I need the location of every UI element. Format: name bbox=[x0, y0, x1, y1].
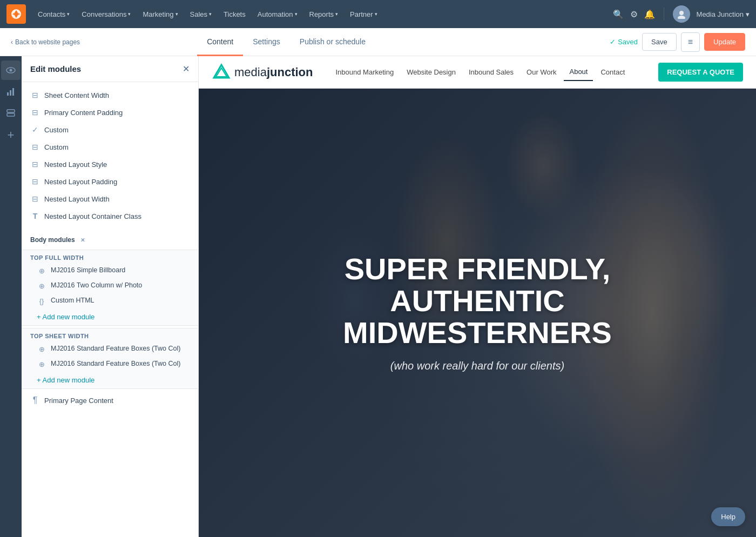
more-options-button[interactable]: ≡ bbox=[681, 32, 700, 52]
preview-nav-our-work[interactable]: Our Work bbox=[521, 64, 562, 80]
tab-settings[interactable]: Settings bbox=[243, 29, 290, 56]
reports-caret: ▾ bbox=[335, 11, 338, 17]
grid-icon-6: ⊟ bbox=[30, 194, 40, 203]
paragraph-icon: ¶ bbox=[30, 395, 40, 405]
text-t-icon: T bbox=[30, 212, 40, 220]
check-icon: ✓ bbox=[30, 125, 40, 134]
nav-conversations[interactable]: Conversations ▾ bbox=[76, 7, 136, 22]
update-button[interactable]: Update bbox=[704, 33, 745, 51]
grid-icon: ⊟ bbox=[30, 91, 40, 99]
sub-navigation: ‹ Back to website pages Content Settings… bbox=[0, 28, 756, 56]
search-icon[interactable]: 🔍 bbox=[613, 9, 624, 19]
module-two-column-photo[interactable]: ⊕ MJ2016 Two Column w/ Photo bbox=[22, 278, 198, 293]
module-nested-layout-style[interactable]: ⊟ Nested Layout Style bbox=[22, 156, 198, 173]
module-nested-layout-width[interactable]: ⊟ Nested Layout Width bbox=[22, 190, 198, 207]
nav-partner[interactable]: Partner ▾ bbox=[345, 7, 383, 22]
preview-logo-icon bbox=[212, 63, 231, 82]
globe-icon-3: ⊕ bbox=[37, 345, 46, 353]
settings-icon[interactable]: ⚙ bbox=[630, 9, 638, 19]
module-custom-grid[interactable]: ⊟ Custom bbox=[22, 138, 198, 156]
help-button[interactable]: Help bbox=[711, 507, 745, 526]
preview-site-nav: mediajunction Inbound Marketing Website … bbox=[199, 56, 756, 89]
module-primary-page-content[interactable]: ¶ Primary Page Content bbox=[22, 391, 198, 410]
panel-header: Edit modules ✕ bbox=[22, 56, 198, 82]
module-simple-billboard[interactable]: ⊕ MJ2016 Simple Billboard bbox=[22, 263, 198, 278]
module-custom-html[interactable]: {} Custom HTML bbox=[22, 293, 198, 308]
grid-icon-2: ⊟ bbox=[30, 108, 40, 117]
main-layout: + Edit modules ✕ ⊟ Sheet Content Width ⊟… bbox=[0, 56, 756, 537]
layers-icon[interactable] bbox=[1, 104, 21, 123]
avatar[interactable] bbox=[673, 5, 690, 23]
svg-point-2 bbox=[678, 16, 685, 19]
svg-rect-7 bbox=[12, 88, 14, 96]
back-to-pages-link[interactable]: ‹ Back to website pages bbox=[11, 38, 80, 46]
top-full-width-title: Top Full Width bbox=[22, 250, 198, 263]
module-standard-feature-1[interactable]: ⊕ MJ2016 Standard Feature Boxes (Two Col… bbox=[22, 341, 198, 357]
close-panel-icon[interactable]: ✕ bbox=[183, 64, 190, 74]
notifications-icon[interactable]: 🔔 bbox=[644, 9, 655, 19]
globe-icon-2: ⊕ bbox=[37, 282, 46, 290]
nav-right-actions: 🔍 ⚙ 🔔 Media Junction ▾ bbox=[613, 5, 750, 23]
preview-cta-button[interactable]: REQUEST A QUOTE bbox=[658, 63, 743, 82]
back-arrow-icon: ‹ bbox=[11, 38, 13, 46]
nav-sales[interactable]: Sales ▾ bbox=[185, 7, 218, 22]
editor-actions: ✓ Saved Save ≡ Update bbox=[610, 32, 745, 52]
hero-text-content: SUPER FRIENDLY, AUTHENTIC MIDWESTERNERS … bbox=[332, 253, 623, 372]
module-nested-layout-container-class[interactable]: T Nested Layout Container Class bbox=[22, 207, 198, 225]
tab-content[interactable]: Content bbox=[197, 29, 243, 56]
svg-rect-5 bbox=[7, 92, 9, 96]
add-module-top-sheet[interactable]: + Add new module bbox=[22, 372, 198, 388]
svg-rect-6 bbox=[10, 90, 11, 96]
eye-icon[interactable] bbox=[1, 61, 21, 80]
preview-nav-inbound-marketing[interactable]: Inbound Marketing bbox=[330, 64, 399, 80]
nav-reports[interactable]: Reports ▾ bbox=[304, 7, 344, 22]
top-full-width-section: Top Full Width ⊕ MJ2016 Simple Billboard… bbox=[22, 250, 198, 326]
globe-icon: ⊕ bbox=[37, 267, 46, 275]
globe-icon-4: ⊕ bbox=[37, 360, 46, 368]
nav-tickets[interactable]: Tickets bbox=[218, 7, 251, 22]
module-primary-content-padding[interactable]: ⊟ Primary Content Padding bbox=[22, 104, 198, 121]
hubspot-logo[interactable] bbox=[6, 4, 26, 24]
module-nested-layout-padding[interactable]: ⊟ Nested Layout Padding bbox=[22, 173, 198, 190]
module-standard-feature-2[interactable]: ⊕ MJ2016 Standard Feature Boxes (Two Col… bbox=[22, 357, 198, 372]
nav-contacts[interactable]: Contacts ▾ bbox=[32, 7, 75, 22]
nav-items: Contacts ▾ Conversations ▾ Marketing ▾ S… bbox=[32, 7, 613, 22]
page-preview: mediajunction Inbound Marketing Website … bbox=[199, 56, 756, 537]
sales-caret: ▾ bbox=[209, 11, 212, 17]
module-sheet-content-width[interactable]: ⊟ Sheet Content Width bbox=[22, 86, 198, 104]
grid-icon-3: ⊟ bbox=[30, 143, 40, 151]
svg-rect-9 bbox=[7, 113, 15, 116]
page-editor-tabs: Content Settings Publish or schedule bbox=[197, 29, 375, 56]
save-button[interactable]: Save bbox=[642, 33, 677, 51]
user-menu[interactable]: Media Junction ▾ bbox=[697, 10, 750, 18]
top-sheet-width-section: Top Sheet Width ⊕ MJ2016 Standard Featur… bbox=[22, 328, 198, 389]
code-braces-icon: {} bbox=[37, 297, 46, 305]
preview-nav-contact[interactable]: Contact bbox=[595, 64, 630, 80]
module-list: ⊟ Sheet Content Width ⊟ Primary Content … bbox=[22, 82, 198, 229]
svg-rect-8 bbox=[7, 110, 15, 112]
preview-logo-text: mediajunction bbox=[234, 65, 313, 79]
top-sheet-width-title: Top Sheet Width bbox=[22, 328, 198, 341]
svg-point-1 bbox=[679, 11, 684, 15]
nav-automation[interactable]: Automation ▾ bbox=[252, 7, 303, 22]
tab-publish[interactable]: Publish or schedule bbox=[290, 29, 375, 56]
module-custom-check[interactable]: ✓ Custom bbox=[22, 121, 198, 138]
saved-status: ✓ Saved bbox=[610, 38, 638, 46]
nav-marketing[interactable]: Marketing ▾ bbox=[137, 7, 183, 22]
preview-area: mediajunction Inbound Marketing Website … bbox=[199, 56, 756, 537]
preview-logo: mediajunction bbox=[212, 63, 313, 82]
preview-hero-section: SUPER FRIENDLY, AUTHENTIC MIDWESTERNERS … bbox=[199, 89, 756, 537]
grid-icon-4: ⊟ bbox=[30, 160, 40, 169]
top-navigation: Contacts ▾ Conversations ▾ Marketing ▾ S… bbox=[0, 0, 756, 28]
marketing-caret: ▾ bbox=[176, 11, 178, 17]
automation-caret: ▾ bbox=[295, 11, 298, 17]
chart-icon[interactable] bbox=[1, 82, 21, 102]
preview-nav-inbound-sales[interactable]: Inbound Sales bbox=[463, 64, 519, 80]
preview-nav-about[interactable]: About bbox=[564, 63, 593, 81]
preview-nav-website-design[interactable]: Website Design bbox=[401, 64, 461, 80]
check-icon: ✓ bbox=[610, 38, 616, 46]
grid-icon-5: ⊟ bbox=[30, 177, 40, 186]
add-icon[interactable]: + bbox=[1, 125, 21, 145]
body-modules-close[interactable]: ✕ bbox=[78, 236, 87, 244]
add-module-top-full[interactable]: + Add new module bbox=[22, 308, 198, 325]
